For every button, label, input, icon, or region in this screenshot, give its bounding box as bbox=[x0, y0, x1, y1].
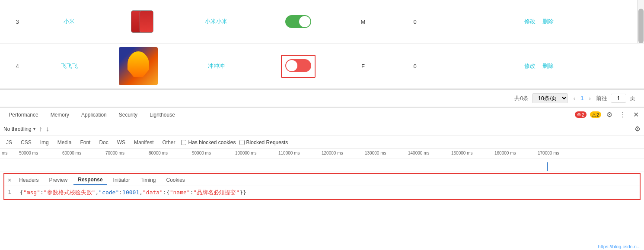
col-count: 0 bbox=[389, 19, 441, 25]
product-image-game bbox=[119, 47, 158, 85]
filter-font[interactable]: Font bbox=[77, 139, 93, 146]
edit-button-row0[interactable]: 修改 bbox=[524, 18, 536, 25]
col-actions: 修改 删除 bbox=[441, 18, 637, 25]
filter-js[interactable]: JS bbox=[3, 139, 15, 146]
tab-application[interactable]: Application bbox=[76, 109, 112, 120]
blocked-requests-wrap[interactable]: Blocked Requests bbox=[239, 139, 288, 146]
pagination-next[interactable]: › bbox=[587, 95, 593, 102]
timeline-label-80k: 80000 ms bbox=[147, 151, 190, 158]
timeline-bar-area bbox=[0, 158, 644, 171]
col-toggle-off[interactable] bbox=[259, 55, 337, 78]
devtools-tabs-right: ⊗ 2 △ 2 ⚙ ⋮ ✕ bbox=[575, 110, 641, 120]
col-img-game bbox=[104, 44, 173, 89]
throttle-label: No throttling bbox=[3, 126, 32, 132]
timeline-label-50k: 50000 ms bbox=[17, 151, 61, 158]
settings-icon[interactable]: ⚙ bbox=[605, 110, 614, 120]
filter-doc[interactable]: Doc bbox=[96, 139, 111, 146]
toggle-switch-off[interactable] bbox=[285, 59, 311, 72]
filter-media[interactable]: Media bbox=[55, 139, 74, 146]
table-row: 3 小米 小米小米 bbox=[0, 0, 644, 44]
blocked-requests-checkbox[interactable] bbox=[239, 140, 245, 145]
col-brand: 小米小米 bbox=[173, 18, 259, 25]
col-name-4: 飞飞飞 bbox=[35, 62, 104, 70]
timeline-marker bbox=[547, 162, 548, 171]
delete-button-row0[interactable]: 删除 bbox=[542, 18, 554, 25]
col-toggle-on[interactable] bbox=[259, 15, 337, 28]
status-bar: https://blog.csdn.n... bbox=[595, 243, 644, 250]
pagination-total: 共0条 bbox=[514, 95, 529, 102]
gear-icon[interactable]: ⚙ bbox=[634, 125, 641, 133]
game-character bbox=[128, 51, 149, 77]
devtools-filter-bar: JS CSS Img Media Font Doc WS Manifest Ot… bbox=[0, 136, 644, 149]
col-num-4: 4 bbox=[0, 63, 35, 70]
scrollbar-area bbox=[637, 0, 644, 43]
devtools-panel: Performance Memory Application Security … bbox=[0, 107, 644, 250]
throttle-select[interactable]: No throttling ▾ bbox=[3, 126, 35, 132]
timeline-label-130k: 130000 ms bbox=[363, 151, 406, 158]
request-tab-preview[interactable]: Preview bbox=[45, 175, 72, 185]
request-tab-cookies[interactable]: Cookies bbox=[162, 175, 189, 185]
toggle-switch-on[interactable] bbox=[285, 15, 311, 28]
error-count: 2 bbox=[582, 112, 584, 117]
has-blocked-cookies-wrap[interactable]: Has blocked cookies bbox=[181, 139, 236, 146]
has-blocked-cookies-checkbox[interactable] bbox=[181, 140, 186, 145]
product-image-phones bbox=[119, 10, 158, 34]
upload-icon[interactable]: ↑ bbox=[39, 125, 42, 133]
warning-icon: △ bbox=[592, 112, 596, 117]
edit-button-row1[interactable]: 修改 bbox=[524, 62, 536, 70]
warning-count: 2 bbox=[596, 112, 599, 117]
timeline-label-160k: 160000 ms bbox=[493, 151, 536, 158]
status-url: https://blog.csdn.n... bbox=[598, 244, 641, 249]
request-content: 1 {"msg":"参数格式校验失败","code":10001,"data":… bbox=[4, 186, 640, 199]
request-tab-initiator[interactable]: Initiator bbox=[109, 175, 134, 185]
filter-img[interactable]: Img bbox=[38, 139, 51, 146]
blocked-requests-label: Blocked Requests bbox=[246, 139, 288, 146]
pagination-goto-input[interactable] bbox=[611, 94, 626, 103]
devtools-tabs-bar: Performance Memory Application Security … bbox=[0, 108, 644, 122]
tab-security[interactable]: Security bbox=[114, 109, 143, 120]
download-icon[interactable]: ↓ bbox=[46, 125, 49, 133]
app-container: 3 小米 小米小米 bbox=[0, 0, 644, 250]
pagination-prev[interactable]: ‹ bbox=[571, 95, 577, 102]
timeline-label-100k: 100000 ms bbox=[233, 151, 277, 158]
col-grade-4: F bbox=[337, 63, 389, 70]
json-msg-val: "参数格式校验失败" bbox=[44, 189, 96, 196]
json-msg-key: "msg" bbox=[23, 189, 40, 196]
filter-css[interactable]: CSS bbox=[18, 139, 34, 146]
filter-ws[interactable]: WS bbox=[115, 139, 128, 146]
json-name-key: "name" bbox=[170, 189, 190, 196]
timeline-labels-row: ms 50000 ms 60000 ms 70000 ms 80000 ms 9… bbox=[0, 149, 644, 158]
pagination-per-page[interactable]: 10条/页 20条/页 50条/页 bbox=[532, 93, 568, 103]
request-json: {"msg":"参数格式校验失败","code":10001,"data":{"… bbox=[20, 189, 246, 196]
timeline-label-ms: ms bbox=[0, 151, 17, 158]
devtools-toolbar: No throttling ▾ ↑ ↓ ⚙ bbox=[0, 122, 644, 136]
request-close-btn[interactable]: × bbox=[6, 177, 13, 184]
close-icon[interactable]: ✕ bbox=[631, 110, 641, 120]
timeline-label-170k: 170000 ms bbox=[536, 151, 579, 158]
request-tab-response[interactable]: Response bbox=[73, 175, 107, 185]
request-line-num: 1 bbox=[8, 189, 16, 196]
tab-memory[interactable]: Memory bbox=[45, 109, 74, 120]
error-badge: ⊗ 2 bbox=[575, 111, 587, 118]
toggle-cell-border bbox=[281, 55, 316, 78]
timeline-label-140k: 140000 ms bbox=[406, 151, 450, 158]
filter-manifest[interactable]: Manifest bbox=[131, 139, 156, 146]
request-tab-headers[interactable]: Headers bbox=[15, 175, 43, 185]
col-num: 3 bbox=[0, 19, 35, 25]
request-tab-timing[interactable]: Timing bbox=[136, 175, 160, 185]
throttle-arrow-icon: ▾ bbox=[33, 127, 35, 131]
col-grade: M bbox=[337, 19, 389, 25]
more-icon[interactable]: ⋮ bbox=[618, 110, 628, 120]
tab-lighthouse[interactable]: Lighthouse bbox=[144, 109, 180, 120]
json-name-val: "品牌名必须提交" bbox=[193, 189, 239, 196]
json-code-val: 10001 bbox=[122, 189, 139, 196]
delete-button-row1[interactable]: 删除 bbox=[542, 62, 554, 70]
filter-other[interactable]: Other bbox=[159, 139, 178, 146]
scroll-thumb[interactable] bbox=[638, 9, 644, 43]
tab-performance[interactable]: Performance bbox=[3, 109, 44, 120]
pagination-goto-label: 前往 bbox=[596, 95, 607, 102]
request-tabs-row: × Headers Preview Response Initiator Tim… bbox=[4, 174, 640, 186]
col-img-xiaomi bbox=[104, 6, 173, 37]
warning-badge: △ 2 bbox=[590, 111, 601, 118]
toolbar-right: ⚙ bbox=[634, 125, 641, 133]
